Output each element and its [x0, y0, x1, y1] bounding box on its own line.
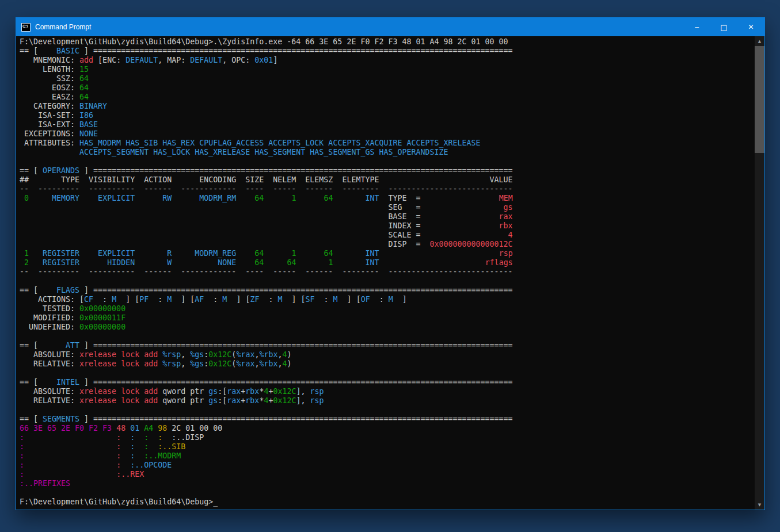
terminal-line: : : :..OPCODE	[20, 461, 754, 470]
terminal-line: == [ INTEL ] ===========================…	[20, 378, 754, 387]
terminal-line: == [ BASIC ] ===========================…	[20, 47, 754, 56]
terminal-line: : : : : : :..DISP	[20, 433, 754, 442]
terminal-line: F:\Development\GitHub\zydis\Build64\Debu…	[20, 37, 754, 47]
terminal-line: CATEGORY: BINARY	[20, 102, 754, 111]
terminal-line: : :..REX	[20, 470, 754, 479]
terminal-line: -- --------- ---------- ------ ---------…	[20, 267, 754, 277]
terminal-line: F:\Development\GitHub\zydis\Build64\Debu…	[20, 497, 754, 507]
terminal-line: RELATIVE: xrelease lock add qword ptr gs…	[20, 396, 754, 405]
terminal-line: EXCEPTIONS: NONE	[20, 129, 754, 139]
terminal-line: LENGTH: 15	[20, 65, 754, 74]
terminal-line	[20, 405, 754, 415]
scrollbar[interactable]: ▲ ▼	[755, 36, 764, 510]
close-button[interactable]: ✕	[737, 18, 764, 36]
terminal-line	[20, 369, 754, 378]
terminal-line: 1 REGISTER EXPLICIT R MODRM_REG 64 1 64 …	[20, 249, 754, 258]
terminal-line: 0 MEMORY EXPLICIT RW MODRM_RM 64 1 64 IN…	[20, 194, 754, 203]
window-title: Command Prompt	[35, 23, 91, 31]
terminal-line: ABSOLUTE: xrelease lock add qword ptr gs…	[20, 387, 754, 396]
terminal-line: SEG = gs	[20, 203, 754, 212]
minimize-button[interactable]: ─	[683, 18, 710, 36]
terminal-line: EOSZ: 64	[20, 83, 754, 93]
terminal-line: == [ OPERANDS ] ========================…	[20, 166, 754, 175]
window-controls: ─ □ ✕	[683, 18, 764, 36]
terminal-line: : : : :..MODRM	[20, 451, 754, 461]
desktop: C:\ Command Prompt ─ □ ✕ F:\Development\…	[0, 0, 780, 532]
terminal-line: ACTIONS: [CF : M ] [PF : M ] [AF : M ] […	[20, 295, 754, 304]
terminal-line: MODIFIED: 0x0000011F	[20, 313, 754, 323]
terminal-line: == [ ATT ] =============================…	[20, 341, 754, 350]
terminal-line: SCALE = 4	[20, 231, 754, 240]
terminal-line: RELATIVE: xrelease lock add %rsp, %gs:0x…	[20, 359, 754, 369]
terminal-line: :..PREFIXES	[20, 479, 754, 488]
terminal-line: TESTED: 0x00000000	[20, 304, 754, 313]
terminal-line	[20, 277, 754, 286]
terminal-line: DISP = 0x000000000000012C	[20, 240, 754, 249]
terminal-line: SSZ: 64	[20, 74, 754, 83]
terminal-line: : : : : :..SIB	[20, 442, 754, 451]
terminal-line	[20, 157, 754, 166]
terminal-line: == [ FLAGS ] ===========================…	[20, 286, 754, 295]
title-bar[interactable]: C:\ Command Prompt ─ □ ✕	[16, 18, 764, 36]
terminal-line: UNDEFINED: 0x00000000	[20, 323, 754, 332]
terminal-line: MNEMONIC: add [ENC: DEFAULT, MAP: DEFAUL…	[20, 56, 754, 65]
terminal-line: ABSOLUTE: xrelease lock add %rsp, %gs:0x…	[20, 350, 754, 359]
maximize-button[interactable]: □	[710, 18, 737, 36]
terminal-line: ## TYPE VISIBILITY ACTION ENCODING SIZE …	[20, 175, 754, 185]
terminal-line: 2 REGISTER HIDDEN W NONE 64 64 1 INT rfl…	[20, 258, 754, 267]
terminal-line: EASZ: 64	[20, 93, 754, 102]
terminal-line: == [ SEGMENTS ] ========================…	[20, 415, 754, 424]
command-prompt-window: C:\ Command Prompt ─ □ ✕ F:\Development\…	[16, 17, 765, 510]
cmd-icon-label: C:\	[22, 24, 28, 29]
scroll-up-icon[interactable]: ▲	[755, 36, 764, 46]
cmd-icon[interactable]: C:\	[21, 23, 31, 32]
terminal-output: F:\Development\GitHub\zydis\Build64\Debu…	[20, 37, 754, 510]
terminal-line: ACCEPTS_SEGMENT HAS_LOCK HAS_XRELEASE HA…	[20, 148, 754, 157]
terminal-line	[20, 488, 754, 497]
terminal-line: INDEX = rbx	[20, 221, 754, 231]
terminal-line: ISA-SET: I86	[20, 111, 754, 120]
terminal-line	[20, 332, 754, 341]
scroll-down-icon[interactable]: ▼	[755, 500, 764, 510]
terminal-line: ISA-EXT: BASE	[20, 120, 754, 129]
terminal[interactable]: F:\Development\GitHub\zydis\Build64\Debu…	[16, 36, 764, 510]
terminal-line: ATTRIBUTES: HAS_MODRM HAS_SIB HAS_REX CP…	[20, 139, 754, 148]
scrollbar-thumb[interactable]	[755, 46, 764, 153]
terminal-line: BASE = rax	[20, 212, 754, 221]
terminal-line: -- --------- ---------- ------ ---------…	[20, 185, 754, 194]
terminal-line: 66 3E 65 2E F0 F2 F3 48 01 A4 98 2C 01 0…	[20, 424, 754, 433]
